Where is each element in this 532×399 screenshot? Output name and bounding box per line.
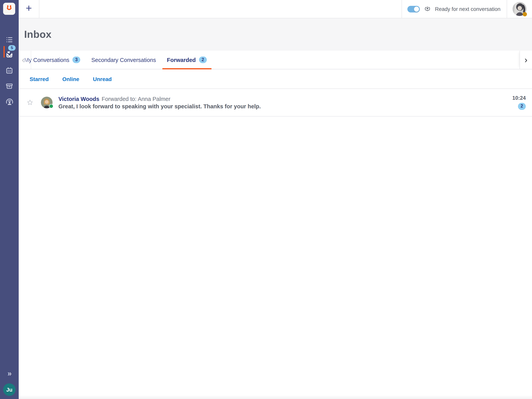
person-broadcast-icon (5, 97, 14, 106)
filter-starred[interactable]: Starred (30, 76, 49, 82)
page-title: Inbox (24, 28, 52, 40)
top-bar: + Ready for next conversation (19, 0, 532, 18)
sidebar-item-archive[interactable] (0, 79, 19, 93)
top-bar-spacer (39, 0, 402, 18)
tabs-scroll-left-button[interactable]: ‹ (19, 51, 31, 69)
message-preview: Great, I look forward to speaking with y… (58, 103, 508, 109)
account-section (507, 0, 532, 18)
tab-label: Forwarded (167, 57, 196, 63)
chevron-left-icon: ‹ (19, 56, 25, 64)
account-avatar[interactable] (513, 2, 526, 16)
away-status-dot (523, 12, 527, 16)
page-header: Inbox (19, 18, 532, 51)
app-logo[interactable] (3, 3, 15, 15)
conversation-slot-icon (424, 6, 431, 12)
contact-name: Victoria Woods (58, 96, 99, 102)
app-window: 5 (0, 0, 532, 399)
conversation-summary: Victoria Woods Forwarded to: Anna Palmer… (58, 96, 508, 109)
filter-online[interactable]: Online (62, 76, 79, 82)
unread-count-badge: 2 (518, 103, 526, 110)
list-icon (5, 35, 14, 44)
userlike-smiley-icon (5, 4, 14, 14)
availability-toggle[interactable] (407, 6, 420, 12)
availability-label: Ready for next conversation (435, 6, 500, 12)
availability-section: Ready for next conversation (402, 0, 507, 18)
toggle-knob (414, 6, 419, 12)
double-chevron-right-icon: » (7, 369, 11, 378)
tab-secondary-conversations[interactable]: Secondary Conversations (86, 51, 161, 69)
tab-label: Secondary Conversations (91, 57, 156, 63)
inbox-unread-badge: 5 (8, 45, 16, 51)
forwarded-context: Forwarded to: Anna Palmer (102, 96, 170, 102)
current-user-initials: Ju (6, 387, 13, 393)
tab-count-badge: 3 (72, 57, 80, 63)
sidebar-item-live-visitors[interactable] (0, 95, 19, 108)
sidebar-item-conversation-list[interactable] (0, 33, 19, 46)
online-status-dot (49, 104, 53, 108)
archive-box-icon (5, 82, 14, 90)
sidebar-item-calendar[interactable] (0, 64, 19, 77)
chevron-right-icon: › (525, 56, 527, 64)
main-area: + Ready for next conversation (19, 0, 532, 399)
conversation-meta: 10:24 2 (512, 95, 526, 110)
contact-avatar (41, 97, 53, 108)
new-conversation-button[interactable]: + (19, 0, 39, 18)
plus-icon: + (26, 3, 32, 14)
sidebar: 5 (0, 0, 19, 399)
star-button[interactable] (26, 99, 33, 106)
filter-unread[interactable]: Unread (93, 76, 112, 82)
conversation-time: 10:24 (512, 95, 526, 101)
current-user-avatar[interactable]: Ju (3, 383, 16, 396)
conversation-list-empty-space (19, 116, 532, 399)
tab-count-badge: 2 (199, 57, 207, 63)
inbox-icon (5, 50, 14, 59)
tab-forwarded[interactable]: Forwarded 2 (161, 51, 212, 69)
filter-bar: Starred Online Unread (19, 69, 532, 89)
conversation-row[interactable]: Victoria Woods Forwarded to: Anna Palmer… (19, 89, 532, 116)
conversation-tabs: ‹ My Conversations 3 Secondary Conversat… (19, 51, 532, 69)
calendar-icon (5, 66, 14, 75)
sidebar-collapse-button[interactable]: » (0, 369, 19, 379)
tabs-scroll-right-button[interactable]: › (519, 51, 532, 69)
